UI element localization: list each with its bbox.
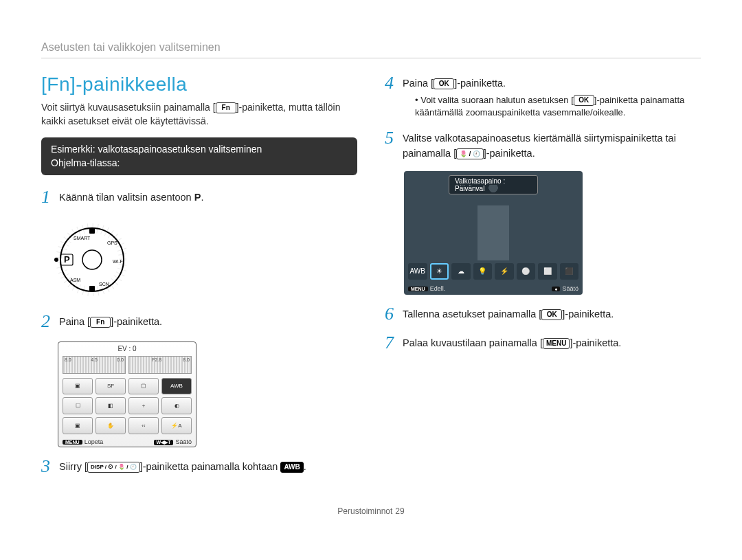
ok-icon: OK	[574, 95, 594, 106]
step-2: 2 Paina [Fn]-painiketta.	[41, 312, 357, 332]
wb-option-custom1: ⚪	[517, 263, 536, 280]
left-column: [Fn]-painikkeella Voit siirtyä kuvausase…	[41, 74, 357, 486]
wb-option-tungsten: 💡	[473, 263, 493, 280]
svg-text:SCN: SCN	[99, 282, 109, 287]
svg-text:GPS: GPS	[107, 240, 117, 245]
wb-option-kelvin: ⬛	[560, 263, 579, 280]
step-number: 3	[41, 457, 59, 477]
step-number: 5	[385, 128, 403, 148]
wb-option-custom2: ⬜	[538, 263, 557, 280]
setting-icon: ✋	[95, 417, 126, 434]
fn-settings-screen: EV : 0 8.0 4.5 0.0 F2.8 8.0	[58, 341, 196, 447]
setting-icon: ▣	[63, 378, 93, 395]
ev-scale: 8.0 4.5 0.0	[63, 356, 126, 374]
svg-text:Wi-Fi: Wi-Fi	[113, 259, 124, 264]
footer-right-label: Säätö	[562, 285, 578, 292]
person-silhouette	[469, 185, 517, 260]
page-footer: Perustoiminnot29	[41, 506, 701, 516]
svg-text:SMART: SMART	[74, 236, 91, 240]
fn-icon: Fn	[90, 317, 111, 328]
setting-icon: ＋	[128, 397, 159, 414]
disp-nav-icon: DISP / ⏲ / 🌷 / 🕘	[87, 462, 140, 473]
footer-left-label: Edell.	[430, 285, 446, 292]
wb-option-daylight: ☀	[430, 263, 449, 280]
fn-icon: Fn	[216, 102, 236, 113]
setting-icon: ▣	[63, 417, 93, 434]
wb-preview-screen: Valkotasapaino : Päivänval AWB ☀ ☁ 💡 ⚡ ⚪…	[404, 171, 583, 295]
footer-right-label: Säätö	[175, 438, 192, 445]
setting-icon: ☐	[63, 397, 93, 414]
setting-icon: ‹‹	[128, 417, 159, 434]
setting-icon: ◧	[95, 397, 126, 414]
ev-label: EV : 0	[58, 345, 196, 352]
step-3: 3 Siirry [DISP / ⏲ / 🌷 / 🕘]-painiketta p…	[41, 457, 357, 477]
step-number: 6	[385, 304, 403, 324]
ok-icon: OK	[434, 78, 454, 89]
setting-icon: ▢	[128, 378, 159, 395]
zoom-icon: W◀▶T	[154, 440, 174, 445]
step-1: 1 Käännä tilan valitsin asentoon P.	[41, 188, 357, 208]
svg-rect-4	[89, 286, 95, 291]
settings-grid: ▣ SF ▢ AWB ☐ ◧ ＋ ◐ ▣ ✋ ‹‹ ⚡A	[63, 378, 192, 434]
macro-timer-icon: 🌷 / 🕘	[456, 148, 484, 159]
wb-option-flash: ⚡	[495, 263, 514, 280]
step-7: 7 Palaa kuvaustilaan painamalla [MENU]-p…	[385, 333, 701, 353]
step-5: 5 Valitse valkotasapainoasetus kiertämäl…	[385, 128, 701, 161]
wb-option-cloudy: ☁	[451, 263, 471, 280]
setting-icon: SF	[95, 378, 126, 395]
step-number: 4	[385, 74, 403, 93]
ok-icon: OK	[541, 309, 562, 320]
step-4: 4 Paina [OK]-painiketta. Voit valita suo…	[385, 74, 701, 119]
mode-p-icon: P	[194, 192, 201, 203]
setting-awb-icon: AWB	[161, 378, 192, 395]
breadcrumb: Asetusten tai valikkojen valitseminen	[41, 41, 701, 54]
page-title: [Fn]-painikkeella	[41, 74, 357, 96]
svg-point-10	[54, 258, 58, 262]
awb-icon: AWB	[280, 462, 303, 473]
divider	[41, 58, 701, 58]
step-6: 6 Tallenna asetukset painamalla [OK]-pai…	[385, 304, 701, 324]
example-box: Esimerkki: valkotasapainoasetuksen valit…	[41, 137, 357, 175]
intro-text: Voit siirtyä kuvausasetuksiin painamalla…	[41, 101, 357, 128]
footer-left-label: Lopeta	[85, 438, 104, 445]
mode-dial: SMART GPS Wi-Fi SCN ASM P	[51, 223, 126, 297]
menu-icon: MENU	[543, 338, 570, 349]
menu-icon: MENU	[63, 440, 82, 445]
mode-p-icon: P	[64, 254, 70, 265]
setting-icon: ⚡A	[161, 417, 192, 434]
step-number: 2	[41, 312, 59, 332]
svg-text:ASM: ASM	[70, 278, 80, 282]
aperture-scale: F2.8 8.0	[128, 356, 192, 374]
wb-option-awb: AWB	[408, 263, 427, 280]
step-number: 1	[41, 188, 59, 208]
step-number: 7	[385, 333, 403, 353]
menu-icon: MENU	[408, 287, 428, 291]
center-icon: ●	[552, 287, 560, 291]
svg-rect-3	[89, 228, 95, 234]
svg-point-2	[82, 250, 102, 269]
setting-icon: ◐	[161, 397, 192, 414]
right-column: 4 Paina [OK]-painiketta. Voit valita suo…	[385, 74, 701, 486]
wb-options-row: AWB ☀ ☁ 💡 ⚡ ⚪ ⬜ ⬛	[408, 263, 578, 280]
